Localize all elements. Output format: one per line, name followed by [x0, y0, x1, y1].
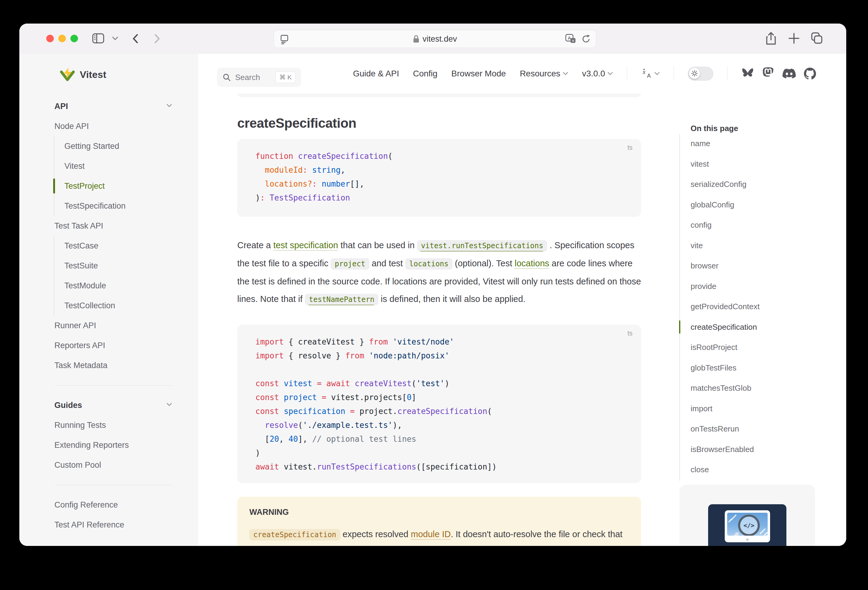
outline-item-vite[interactable]: vite — [691, 235, 818, 256]
text-run: (optional). Test — [452, 259, 515, 268]
code-line: const project = vitest.projects[0] — [255, 390, 623, 404]
sidebar-item-runner-api[interactable]: Runner API — [19, 316, 198, 335]
sponsor-image: </> — [708, 504, 787, 546]
outline-item-provide[interactable]: provide — [691, 276, 818, 297]
outline-title: On this page — [691, 124, 738, 133]
code-block-example: ts import { createVitest } from 'vitest/… — [237, 325, 641, 483]
minimize-window-icon[interactable] — [58, 35, 66, 42]
url-text: vitest.dev — [422, 34, 457, 44]
inline-code-link[interactable]: vitest.runTestSpecifications — [417, 240, 547, 252]
svg-text:A: A — [568, 35, 571, 40]
sidebar-item-extending-reporters[interactable]: Extending Reporters — [19, 435, 198, 455]
inline-code: locations — [405, 258, 452, 270]
outline-rail — [679, 134, 680, 481]
bluesky-icon[interactable] — [741, 68, 754, 79]
sidebar-item-vitest[interactable]: Vitest — [55, 156, 198, 176]
monitor-illustration: </> — [725, 510, 770, 542]
page-settings-icon[interactable] — [280, 34, 289, 44]
tab-overview-icon[interactable] — [810, 32, 823, 46]
vitest-logo[interactable]: Vitest — [59, 67, 106, 82]
outline-item-config[interactable]: config — [691, 215, 818, 235]
browser-chrome: vitest.dev Ax — [19, 24, 846, 54]
sidebar-subgroup: Getting StartedVitestTestProjectTestSpec… — [54, 136, 198, 216]
zoom-window-icon[interactable] — [71, 35, 78, 42]
sidebar-item-testsuite[interactable]: TestSuite — [55, 256, 198, 276]
outline-item-close[interactable]: close — [691, 459, 818, 480]
desktop-background: vitest.dev Ax — [0, 0, 868, 590]
inline-link[interactable]: test specification — [273, 240, 338, 250]
forward-icon[interactable] — [152, 33, 162, 44]
discord-icon[interactable] — [782, 68, 796, 79]
doc-sidebar: Vitest APINode APIGetting StartedVitestT… — [19, 54, 198, 546]
search-button[interactable]: Search ⌘ K — [217, 68, 301, 87]
text-run: is defined, then it will also be applied… — [378, 294, 526, 304]
sponsor-card[interactable]: </> — [679, 485, 815, 546]
browser-window: vitest.dev Ax — [19, 24, 846, 546]
outline-item-globtestfiles[interactable]: globTestFiles — [691, 358, 818, 378]
translate-page-icon[interactable]: Ax — [565, 34, 576, 44]
nav-link-browser-mode[interactable]: Browser Mode — [451, 69, 506, 78]
outline-item-createspecification[interactable]: createSpecification — [691, 317, 818, 338]
sidebar-item-test-api-reference[interactable]: Test API Reference — [19, 515, 198, 535]
nav-link-config[interactable]: Config — [413, 69, 437, 78]
sidebar-item-task-metadata[interactable]: Task Metadata — [19, 355, 198, 375]
theme-toggle[interactable] — [688, 67, 713, 81]
outline-list: namevitestserializedConfigglobalConfigco… — [691, 134, 818, 480]
translations-menu[interactable]: xA — [641, 69, 660, 79]
outline-item-matchestestglob[interactable]: matchesTestGlob — [691, 378, 818, 399]
site-header: Search ⌘ K Guide & APIConfigBrowser Mode… — [198, 54, 846, 94]
sidebar-item-testspecification[interactable]: TestSpecification — [55, 196, 198, 216]
outline-item-globalconfig[interactable]: globalConfig — [691, 195, 818, 215]
sidebar-item-api[interactable]: API — [19, 96, 198, 116]
sidebar-item-running-tests[interactable]: Running Tests — [19, 415, 198, 435]
sidebar-item-testcase[interactable]: TestCase — [55, 236, 198, 256]
magnifier-code-icon: </> — [738, 515, 760, 536]
close-window-icon[interactable] — [46, 35, 54, 42]
sidebar-item-testcollection[interactable]: TestCollection — [55, 296, 198, 316]
text-run: expects resolved — [340, 529, 411, 539]
nav-link-resources[interactable]: Resources — [520, 69, 568, 78]
text-run: and test — [369, 259, 405, 268]
mastodon-icon[interactable] — [762, 67, 774, 80]
sidebar-divider — [19, 375, 198, 395]
share-icon[interactable] — [765, 32, 777, 46]
outline-active-marker — [679, 320, 680, 334]
warning-title: WARNING — [249, 508, 629, 517]
sidebar-item-getting-started[interactable]: Getting Started — [55, 136, 198, 156]
sidebar-toggle-icon[interactable] — [92, 32, 105, 44]
github-icon[interactable] — [804, 68, 816, 80]
sidebar-item-guides[interactable]: Guides — [19, 395, 198, 415]
outline-item-isbrowserenabled[interactable]: isBrowserEnabled — [691, 439, 818, 460]
inline-link[interactable]: module ID — [411, 529, 451, 539]
site-title: Vitest — [80, 69, 106, 80]
code-line — [255, 363, 623, 377]
reload-icon[interactable] — [581, 34, 591, 44]
sidebar-item-custom-pool[interactable]: Custom Pool — [19, 455, 198, 475]
svg-text:A: A — [647, 73, 651, 79]
inline-code: createSpecification — [249, 529, 340, 540]
outline-item-isrootproject[interactable]: isRootProject — [691, 337, 818, 358]
main-area: Search ⌘ K Guide & APIConfigBrowser Mode… — [198, 54, 846, 546]
inline-code-link[interactable]: testNamePattern — [305, 294, 378, 305]
new-tab-icon[interactable] — [788, 32, 800, 44]
toolbar-chevron-down-icon[interactable] — [112, 36, 118, 41]
sidebar-item-reporters-api[interactable]: Reporters API — [19, 335, 198, 355]
outline-item-browser[interactable]: browser — [691, 256, 818, 276]
address-bar[interactable]: vitest.dev Ax — [273, 30, 596, 48]
outline-item-serializedconfig[interactable]: serializedConfig — [691, 174, 818, 195]
search-icon — [223, 73, 231, 81]
inline-link[interactable]: locations — [515, 259, 549, 268]
outline-item-import[interactable]: import — [691, 399, 818, 419]
sidebar-item-testproject[interactable]: TestProject — [55, 176, 198, 196]
sidebar-item-config-reference[interactable]: Config Reference — [19, 495, 198, 515]
outline-item-ontestsrerun[interactable]: onTestsRerun — [691, 419, 818, 439]
sidebar-item-test-task-api[interactable]: Test Task API — [19, 216, 198, 236]
outline-item-name[interactable]: name — [691, 134, 818, 154]
outline-item-getprovidedcontext[interactable]: getProvidedContext — [691, 297, 818, 317]
back-icon[interactable] — [131, 33, 141, 44]
sidebar-item-node-api[interactable]: Node API — [19, 116, 198, 136]
nav-link-v3-0-0[interactable]: v3.0.0 — [582, 69, 613, 78]
sidebar-item-testmodule[interactable]: TestModule — [55, 276, 198, 296]
outline-item-vitest[interactable]: vitest — [691, 154, 818, 175]
nav-link-guide-api[interactable]: Guide & API — [353, 69, 399, 78]
